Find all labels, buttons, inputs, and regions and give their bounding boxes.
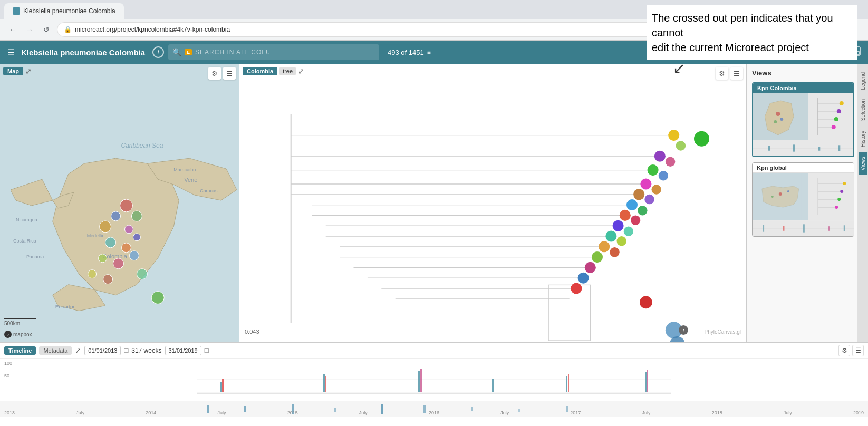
svg-point-20 [100, 221, 111, 233]
screenshare-button[interactable]: ▣ [822, 24, 833, 35]
timeline-settings-button[interactable]: ⚙ [838, 345, 850, 356]
svg-point-54 [626, 199, 638, 210]
tree-expand-button[interactable]: ⤢ [298, 67, 304, 75]
download-icon [832, 46, 842, 56]
svg-point-91 [839, 101, 843, 105]
map-expand-button[interactable]: ⤢ [25, 67, 32, 75]
bottom-panel: Timeline Metadata ⤢ 01/01/2013 □ 317 wee… [0, 342, 868, 426]
svg-point-70 [624, 227, 633, 236]
more-button[interactable]: ⋮ [850, 24, 862, 35]
view-card-bottom [753, 140, 853, 156]
map-svg: Caribbean Sea Nicaragua Costa Rica Panam… [0, 64, 239, 342]
app-title: Klebsiella pneumoniae Colombia [21, 48, 145, 57]
y-label-50: 50 [4, 373, 12, 379]
menu-icon[interactable]: ☰ [5, 45, 17, 60]
svg-rect-118 [783, 226, 785, 231]
svg-text:Medellín: Medellín [87, 233, 105, 238]
filter-icon[interactable]: ≡ [427, 49, 431, 56]
bookmark-button[interactable]: ☆ [778, 24, 790, 35]
sidebar-tab-views[interactable]: Views [859, 152, 867, 175]
svg-point-24 [133, 234, 140, 241]
svg-point-58 [599, 241, 610, 252]
address-bar[interactable]: 🔒 microreact.org/project/kpncolombia#4k7… [57, 22, 745, 37]
calendar-start-icon[interactable]: □ [124, 346, 128, 354]
svg-rect-125 [222, 379, 224, 392]
zoom-button[interactable]: 🔍 [749, 24, 760, 35]
svg-point-22 [105, 237, 116, 248]
sidebar-tab-selection[interactable]: Selection [859, 95, 867, 125]
svg-point-102 [779, 192, 782, 196]
save-button[interactable] [849, 44, 863, 60]
search-area[interactable]: 🔍 E [168, 44, 379, 60]
search-input[interactable] [195, 49, 269, 56]
svg-point-21 [124, 225, 133, 234]
ov-label-2015: 2015 [287, 410, 298, 415]
svg-point-68 [638, 206, 647, 215]
calendar-end-icon[interactable]: □ [205, 346, 209, 354]
view-card-kpn-global-preview [753, 173, 854, 220]
svg-point-72 [610, 247, 619, 257]
svg-point-60 [585, 262, 596, 273]
svg-point-113 [837, 198, 841, 201]
svg-point-56 [613, 220, 624, 231]
view-card-kpn-colombia[interactable]: Kpn Colombia [752, 82, 854, 157]
browser-tab-active[interactable]: Klebsiella pneumoniae Colombia [4, 3, 124, 19]
date-range: 01/01/2013 □ 317 weeks 31/01/2019 □ [84, 346, 208, 355]
ov-label-2014: 2014 [146, 410, 156, 415]
puzzle-button[interactable]: 🧩 [807, 24, 818, 35]
search-badge: E [185, 49, 192, 55]
sidebar-tab-legend[interactable]: Legend [859, 68, 867, 94]
main-area: Map ⤢ ⚙ ☰ [0, 64, 868, 342]
forward-button[interactable]: → [23, 23, 36, 36]
view-card2-timeline-svg [753, 220, 854, 236]
edit-disabled-button[interactable] [790, 44, 805, 61]
map-settings-button[interactable]: ⚙ [208, 67, 221, 80]
tree-menu-button[interactable]: ☰ [730, 67, 743, 80]
bottom-expand-button[interactable]: ⤢ [75, 346, 81, 355]
svg-rect-132 [568, 374, 569, 392]
tree-svg [239, 80, 746, 342]
refresh-button[interactable]: ↺ [40, 23, 53, 36]
toolbar: ☰ Klebsiella pneumoniae Colombia i 🔍 E 4… [0, 41, 868, 64]
svg-point-71 [616, 236, 626, 246]
search-icon: 🔍 [172, 48, 181, 56]
timeline-menu-button[interactable]: ☰ [852, 345, 864, 356]
browser-chrome: Klebsiella pneumoniae Colombia ← → ↺ 🔒 m… [0, 0, 868, 41]
share-button[interactable]: ↑ [764, 24, 775, 35]
svg-rect-130 [492, 379, 494, 392]
view-card-kpn-global[interactable]: Kpn global [752, 162, 854, 237]
svg-point-29 [103, 275, 113, 284]
svg-point-30 [137, 269, 147, 279]
ov-label-july-6: July [784, 410, 792, 415]
date-start[interactable]: 01/01/2013 [84, 346, 121, 355]
map-menu-button[interactable]: ☰ [223, 67, 236, 80]
svg-rect-85 [815, 93, 846, 140]
date-end[interactable]: 31/01/2019 [165, 346, 201, 355]
svg-rect-124 [220, 382, 222, 392]
view-card2-bottom [753, 220, 854, 236]
map-panel-controls: ⚙ ☰ [208, 67, 236, 80]
extension-icon-1[interactable]: AP [793, 24, 804, 35]
map-scale: 500km [4, 318, 36, 326]
tree-panel: Colombia tree ⤢ ⚙ ☰ [239, 64, 747, 342]
tree-panel-controls: ⚙ ☰ [716, 67, 743, 80]
info-button[interactable]: i [152, 46, 164, 58]
view-card2-map [753, 173, 808, 220]
tree-settings-button[interactable]: ⚙ [716, 67, 728, 80]
back-button[interactable]: ← [6, 23, 19, 36]
tree-type-tag: tree [279, 67, 296, 75]
metadata-tab[interactable]: Metadata [39, 346, 72, 355]
sidebar-tabs: Legend Selection History Views [857, 64, 868, 342]
tree-info-button[interactable]: i [679, 325, 688, 335]
download-button[interactable] [830, 44, 844, 61]
sidebar-tab-history[interactable]: History [859, 127, 867, 151]
profile-icon[interactable]: M [836, 24, 847, 35]
tab-title: Klebsiella pneumoniae Colombia [23, 7, 115, 15]
overview-x-labels: 2013 July 2014 July 2015 July 2016 July … [2, 410, 866, 415]
svg-text:Nicaragua: Nicaragua [16, 217, 37, 222]
timeline-tab[interactable]: Timeline [4, 346, 36, 355]
view-card-kpn-colombia-title: Kpn Colombia [753, 83, 853, 93]
eye-button[interactable] [810, 45, 825, 59]
eye-icon [812, 47, 823, 55]
lock-icon: 🔒 [64, 26, 72, 33]
